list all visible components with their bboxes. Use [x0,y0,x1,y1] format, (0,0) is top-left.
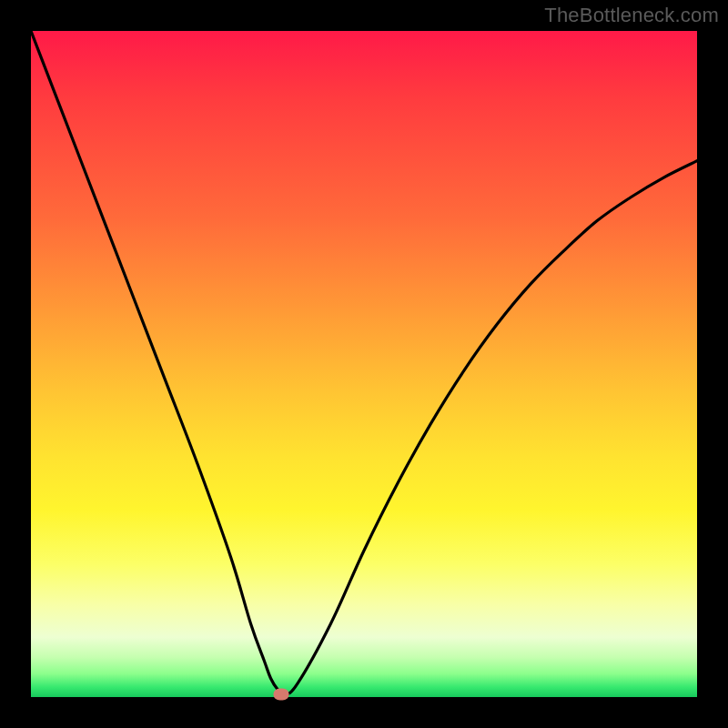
chart-frame: TheBottleneck.com [0,0,728,728]
bottleneck-curve [31,31,697,697]
plot-area [31,31,697,697]
optimum-marker [273,689,288,701]
watermark-text: TheBottleneck.com [544,4,719,27]
